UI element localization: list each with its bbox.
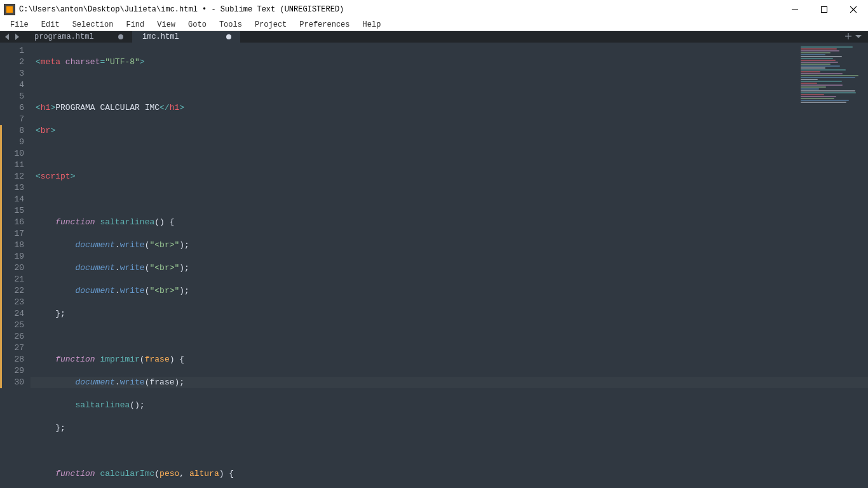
dirty-indicator-icon [226,34,231,39]
tab-nav-arrows[interactable] [0,31,24,43]
window-titlebar: C:\Users\anton\Desktop\Julieta\imc.html … [0,0,868,19]
svg-marker-4 [5,34,9,40]
menu-help[interactable]: Help [358,19,386,30]
tab-programa[interactable]: programa.html [24,31,132,43]
svg-rect-1 [822,7,827,13]
tab-label: programa.html [34,32,94,41]
close-button[interactable] [839,0,868,19]
new-tab-button[interactable] [845,31,851,43]
menu-selection[interactable]: Selection [67,19,119,30]
dirty-indicator-icon [118,34,123,39]
menu-project[interactable]: Project [250,19,292,30]
line-number-gutter: 1234567891011121314151617181920212223242… [0,43,31,488]
tab-menu-button[interactable] [855,31,862,43]
tab-imc[interactable]: imc.html [132,31,240,43]
tab-label: imc.html [142,32,179,41]
editor-area[interactable]: 1234567891011121314151617181920212223242… [0,43,868,488]
svg-marker-5 [15,34,19,40]
menu-preferences[interactable]: Preferences [294,19,355,30]
menu-file[interactable]: File [5,19,34,30]
svg-marker-8 [855,35,862,38]
menu-view[interactable]: View [152,19,180,30]
menu-tools[interactable]: Tools [214,19,247,30]
minimap[interactable] [798,43,868,488]
code-content[interactable]: <meta charset="UTF-8"> <h1>PROGRAMA CALC… [31,43,798,488]
menu-edit[interactable]: Edit [36,19,65,30]
window-title: C:\Users\anton\Desktop\Julieta\imc.html … [19,5,780,14]
menu-bar: File Edit Selection Find View Goto Tools… [0,19,868,31]
minimize-button[interactable] [780,0,810,19]
menu-goto[interactable]: Goto [183,19,212,30]
menu-find[interactable]: Find [121,19,149,30]
app-icon [4,4,15,15]
maximize-button[interactable] [810,0,839,19]
tab-bar: programa.html imc.html [0,31,868,43]
